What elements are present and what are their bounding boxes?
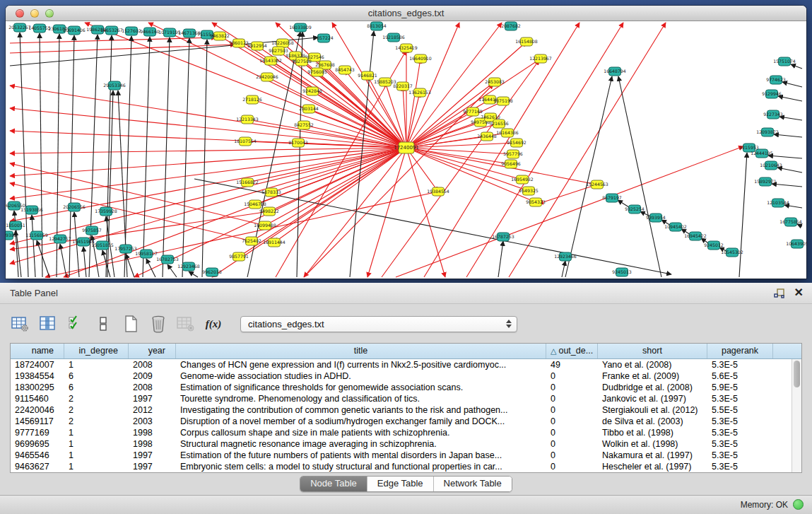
graph-node[interactable]: 16954932 — [511, 175, 534, 184]
column-header-year[interactable]: year — [129, 344, 176, 358]
table-row[interactable]: 1830029562008Estimation of significance … — [11, 382, 792, 393]
graph-node[interactable]: 19218586 — [382, 33, 405, 42]
graph-node[interactable]: 2436448 — [477, 132, 497, 141]
table-row[interactable]: 2242004622012Investigating the contribut… — [11, 404, 792, 416]
graph-node[interactable]: 16945422 — [684, 232, 707, 240]
delete-column-trash-icon[interactable] — [149, 315, 167, 333]
graph-node[interactable]: 12103544 — [767, 199, 789, 207]
function-builder-icon[interactable]: f(x) — [204, 315, 223, 333]
select-column-icon[interactable] — [39, 315, 57, 333]
table-row[interactable]: 1872400712008Changes of HCN gene express… — [11, 359, 792, 370]
table-row[interactable]: 946554611997Estimation of the future num… — [11, 450, 792, 461]
graph-node[interactable]: 2718126 — [242, 95, 262, 104]
graph-node[interactable]: 9245013 — [612, 268, 632, 276]
column-header-short[interactable]: short — [598, 344, 707, 358]
graph-node[interactable]: 9774623 — [766, 76, 786, 84]
graph-node[interactable]: 9463822 — [210, 32, 230, 40]
graph-node[interactable]: 16782753 — [156, 255, 179, 264]
graph-node[interactable]: 10210643 — [760, 161, 782, 170]
table-row[interactable]: 1938455462009Genome-wide association stu… — [11, 370, 792, 382]
graph-node[interactable]: 15166822 — [236, 178, 259, 187]
graph-node[interactable]: 13626153 — [408, 88, 431, 97]
graph-node[interactable]: 15244563 — [586, 180, 608, 189]
graph-node[interactable]: 9129946 — [762, 90, 782, 98]
tab-network-table[interactable]: Network Table — [434, 477, 512, 491]
graph-node[interactable]: 5957796 — [503, 150, 523, 158]
column-header-title[interactable]: title — [176, 344, 546, 358]
graph-node[interactable]: 20206556 — [63, 203, 86, 211]
graph-node[interactable]: 8912954 — [247, 42, 267, 50]
table-row[interactable]: 977716911998Corpus callosum shape and si… — [11, 427, 792, 438]
graph-node[interactable]: 12923468 — [177, 262, 200, 271]
graph-node[interactable]: 7857224 — [314, 34, 334, 42]
scrollbar-thumb[interactable] — [794, 361, 800, 387]
graph-node[interactable]: 17957253 — [114, 245, 137, 253]
graph-node[interactable]: 9827508 — [292, 57, 312, 66]
graph-node[interactable]: 19384554 — [427, 187, 449, 196]
graph-node[interactable]: 8813054 — [367, 22, 387, 30]
graph-node[interactable]: 10643905 — [786, 240, 806, 248]
network-canvas[interactable]: 2053226714055755230618762069140619862819… — [6, 21, 806, 279]
new-column-file-icon[interactable] — [122, 315, 140, 333]
graph-node[interactable]: 9857791 — [229, 252, 249, 261]
graph-node[interactable]: 8454743 — [335, 66, 355, 74]
graph-node[interactable]: 14325419 — [395, 44, 418, 52]
graph-node[interactable]: 16154808 — [515, 37, 538, 46]
citation-network-graph[interactable]: 2053226714055755230618762069140619862819… — [6, 21, 806, 278]
graph-node[interactable]: 10653267 — [100, 26, 123, 35]
graph-node[interactable]: 1527602 — [122, 27, 141, 35]
graph-node[interactable]: 12444195 — [751, 149, 773, 158]
graph-node[interactable]: 14055755 — [28, 24, 51, 33]
graph-node[interactable]: 9962018 — [202, 268, 222, 276]
graph-node[interactable]: 16911444 — [263, 238, 286, 247]
network-window[interactable]: citations_edges.txt 20532267140557552306… — [6, 6, 806, 279]
graph-node[interactable]: 9227343 — [763, 110, 783, 119]
graph-node[interactable]: 16543382 — [259, 57, 282, 65]
network-window-titlebar[interactable]: citations_edges.txt — [6, 6, 806, 21]
graph-node[interactable]: 15892971 — [754, 177, 777, 186]
graph-node[interactable]: 20532267 — [8, 23, 31, 32]
graph-node[interactable]: 10719195 — [158, 28, 181, 37]
graph-node[interactable]: 10545302 — [721, 248, 743, 257]
graph-node[interactable]: 2087682 — [501, 22, 521, 30]
close-panel-icon[interactable]: ✕ — [794, 286, 804, 300]
graph-node[interactable]: 12942757 — [49, 235, 71, 243]
graph-node[interactable]: 16033809 — [289, 23, 312, 32]
graph-node[interactable]: 8170043 — [288, 139, 308, 147]
graph-node[interactable]: 16164386 — [496, 129, 519, 137]
table-row[interactable]: 911546021997Tourette syndrome. Phenomeno… — [11, 393, 792, 404]
graph-node[interactable]: 9854323 — [526, 198, 546, 206]
tab-edge-table[interactable]: Edge Table — [367, 477, 434, 491]
table-vertical-scrollbar[interactable] — [792, 359, 801, 472]
graph-node[interactable]: 3216556 — [489, 119, 509, 128]
graph-node[interactable]: 17359928 — [95, 207, 117, 216]
graph-node[interactable]: 9466160 — [140, 28, 160, 36]
graph-node[interactable]: 9242848 — [302, 87, 322, 95]
graph-node[interactable]: 29053346 — [103, 81, 126, 90]
graph-node[interactable]: 12213967 — [529, 54, 552, 63]
graph-node[interactable]: 12923466 — [554, 252, 577, 261]
graph-node[interactable]: 9975857 — [82, 226, 102, 235]
graph-node[interactable]: 9154692 — [507, 139, 526, 147]
column-header-out_de[interactable]: △out_de... — [546, 344, 598, 358]
graph-node[interactable]: 15046788 — [244, 200, 266, 209]
graph-node[interactable]: 3919382 — [6, 231, 17, 240]
column-header-in_degree[interactable]: in_degree — [64, 344, 129, 358]
graph-node[interactable]: 9549325 — [519, 187, 539, 195]
column-header-name[interactable]: name — [11, 344, 64, 358]
graph-node[interactable]: 22420046 — [256, 73, 278, 81]
graph-node[interactable]: 20691406 — [63, 26, 86, 35]
graph-node[interactable]: 12093872 — [756, 128, 779, 136]
float-window-icon[interactable] — [774, 288, 785, 299]
row-height-icon[interactable] — [94, 315, 112, 333]
column-header-pagerank[interactable]: pagerank — [707, 344, 773, 358]
graph-node[interactable]: 18107554 — [234, 137, 257, 146]
graph-node[interactable]: 16648794 — [604, 67, 626, 76]
graph-node[interactable]: 15193856 — [20, 206, 43, 214]
graph-node[interactable]: 12213343 — [236, 115, 259, 124]
table-source-dropdown[interactable]: citations_edges.txt — [240, 316, 517, 332]
graph-node[interactable]: 9777169 — [463, 107, 483, 116]
tab-node-table[interactable]: Node Table — [300, 477, 367, 491]
graph-node[interactable]: 10945402 — [664, 223, 687, 231]
table-row[interactable]: 1456911722003Disruption of a novel membe… — [11, 416, 792, 427]
